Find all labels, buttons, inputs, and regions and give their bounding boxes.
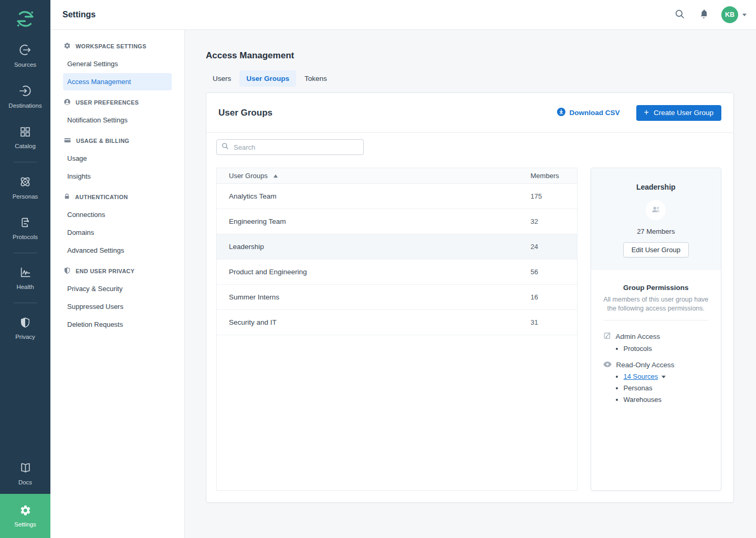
readonly-access-label: Read-Only Access: [616, 361, 675, 369]
table-row[interactable]: Product and Engineering 56: [217, 260, 577, 285]
column-header-user-groups[interactable]: User Groups: [229, 172, 531, 180]
avatar: KB: [721, 6, 738, 23]
people-icon: [651, 205, 661, 215]
sidebar-item-deletion-requests[interactable]: Deletion Requests: [63, 316, 172, 333]
health-icon: [19, 266, 32, 280]
nav-item-label: Catalog: [15, 143, 36, 149]
sidebar-item-advanced-settings[interactable]: Advanced Settings: [63, 242, 172, 259]
nav-item-label: Health: [16, 284, 34, 290]
group-name-cell: Summer Interns: [229, 293, 531, 301]
privacy-shield-icon: [19, 316, 32, 330]
group-name-cell: Engineering Team: [229, 218, 531, 225]
main-content: Access Management Users User Groups Toke…: [185, 30, 756, 538]
column-header-members[interactable]: Members: [531, 172, 569, 180]
nav-item-health[interactable]: Health: [0, 257, 50, 298]
sidebar-item-general-settings[interactable]: General Settings: [63, 55, 172, 73]
table-row[interactable]: Engineering Team 32: [217, 209, 577, 234]
sidebar-item-suppressed-users[interactable]: Suppressed Users: [63, 298, 172, 315]
nav-item-destinations[interactable]: Destinations: [0, 76, 50, 117]
shield-icon: [64, 267, 71, 275]
segment-logo: [0, 0, 50, 35]
sources-link[interactable]: 14 Sources: [624, 373, 658, 380]
sidebar-item-privacy-security[interactable]: Privacy & Security: [63, 280, 172, 297]
sort-ascending-icon: [274, 174, 278, 178]
sidebar-item-usage[interactable]: Usage: [63, 150, 172, 167]
page-title: Access Management: [206, 50, 734, 61]
user-icon: [64, 98, 71, 107]
section-user-preferences: USER PREFERENCES: [50, 98, 184, 107]
nav-item-protocols[interactable]: Protocols: [0, 208, 50, 249]
card-header: User Groups Download CSV + Create User G…: [206, 93, 733, 133]
members-cell: 56: [531, 268, 569, 276]
edit-user-group-button[interactable]: Edit User Group: [623, 242, 689, 257]
search-input[interactable]: [233, 143, 359, 152]
nav-item-label: Privacy: [15, 334, 35, 340]
sidebar-item-access-management[interactable]: Access Management: [63, 73, 172, 90]
notifications-button[interactable]: [698, 8, 710, 22]
members-cell: 32: [531, 218, 569, 225]
link-caret-icon: [662, 376, 666, 378]
tab-user-groups[interactable]: User Groups: [239, 70, 296, 87]
card-title: User Groups: [218, 108, 272, 118]
permission-item: Personas: [624, 384, 712, 392]
permission-item: Warehouses: [624, 396, 712, 404]
nav-item-label: Personas: [13, 193, 38, 200]
table-row[interactable]: Security and IT 31: [217, 310, 577, 335]
personas-icon: [18, 175, 32, 190]
tab-tokens[interactable]: Tokens: [298, 70, 334, 87]
nav-item-catalog[interactable]: Catalog: [0, 117, 50, 158]
primary-nav: Sources Destinations Catalog Personas: [0, 0, 50, 538]
divider: [603, 320, 709, 320]
search-icon: [675, 9, 685, 21]
settings-sidebar: WORKSPACE SETTINGS General Settings Acce…: [50, 30, 185, 538]
section-usage-billing: USAGE & BILLING: [50, 137, 184, 145]
table-row-selected[interactable]: Leadership 24: [217, 234, 577, 260]
permissions-title: Group Permissions: [600, 284, 712, 292]
detail-title: Leadership: [600, 183, 712, 191]
table-header: User Groups Members: [217, 168, 577, 184]
sidebar-item-domains[interactable]: Domains: [63, 224, 172, 241]
protocols-icon: [19, 216, 32, 230]
permission-item: Protocols: [624, 345, 712, 353]
group-permissions: Group Permissions All members of this us…: [591, 270, 721, 404]
nav-item-sources[interactable]: Sources: [0, 35, 50, 76]
nav-divider: [14, 162, 37, 162]
gear-icon: [64, 42, 71, 50]
download-csv-button[interactable]: Download CSV: [554, 107, 623, 118]
destinations-icon: [18, 84, 32, 99]
permission-item: 14 Sources: [624, 373, 712, 380]
admin-access-group: Admin Access Protocols: [600, 332, 712, 353]
section-workspace-settings: WORKSPACE SETTINGS: [50, 42, 184, 50]
search-button[interactable]: [674, 8, 686, 22]
tab-users[interactable]: Users: [206, 70, 238, 87]
nav-item-settings[interactable]: Settings: [0, 494, 50, 538]
docs-icon: [19, 461, 32, 475]
table-row[interactable]: Summer Interns 16: [217, 285, 577, 310]
group-avatar: [646, 200, 666, 220]
admin-access-label: Admin Access: [616, 333, 660, 340]
nav-item-personas[interactable]: Personas: [0, 167, 50, 208]
nav-item-privacy[interactable]: Privacy: [0, 307, 50, 348]
detail-panel: Leadership 27 Members: [591, 168, 721, 491]
sidebar-item-notification-settings[interactable]: Notification Settings: [63, 111, 172, 129]
sidebar-item-insights[interactable]: Insights: [63, 168, 172, 185]
nav-item-docs[interactable]: Docs: [0, 453, 50, 494]
table-row[interactable]: Analytics Team 175: [217, 184, 577, 209]
group-name-cell: Analytics Team: [229, 192, 531, 200]
account-menu[interactable]: KB: [721, 6, 747, 23]
user-groups-table: User Groups Members Analytics Team 175 E…: [216, 168, 578, 491]
settings-gear-icon: [19, 504, 32, 518]
group-name-cell: Security and IT: [229, 318, 531, 326]
nav-item-label: Docs: [18, 479, 32, 485]
section-authentication: AUTHENTICATION: [50, 193, 184, 201]
sidebar-item-connections[interactable]: Connections: [63, 206, 172, 223]
nav-item-label: Protocols: [13, 234, 38, 240]
lock-icon: [64, 193, 70, 201]
tab-bar: Users User Groups Tokens: [206, 70, 734, 87]
create-user-group-button[interactable]: + Create User Group: [636, 105, 721, 121]
group-name-cell: Leadership: [229, 243, 531, 251]
group-name-cell: Product and Engineering: [229, 268, 531, 276]
credit-card-icon: [64, 137, 71, 145]
nav-item-label: Settings: [14, 521, 36, 527]
members-cell: 31: [531, 318, 569, 326]
